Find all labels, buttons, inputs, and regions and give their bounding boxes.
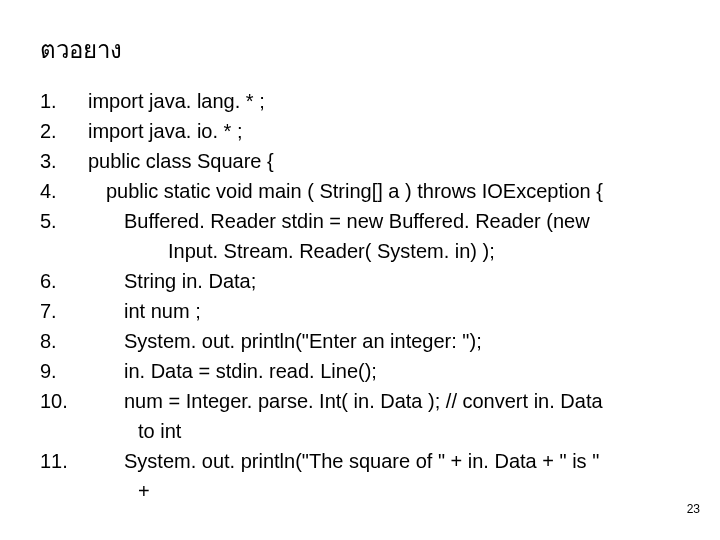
- line-number: 2.: [40, 117, 78, 145]
- code-line: 10. num = Integer. parse. Int( in. Data …: [40, 387, 690, 415]
- code-line: 5. Buffered. Reader stdin = new Buffered…: [40, 207, 690, 235]
- line-text: in. Data = stdin. read. Line();: [78, 357, 690, 385]
- code-line: 8. System. out. println("Enter an intege…: [40, 327, 690, 355]
- line-number: 11.: [40, 447, 78, 475]
- line-text: public class Square {: [78, 147, 690, 175]
- code-line: 1. import java. lang. * ;: [40, 87, 690, 115]
- line-text: import java. lang. * ;: [78, 87, 690, 115]
- line-number: 4.: [40, 177, 78, 205]
- code-line: 9. in. Data = stdin. read. Line();: [40, 357, 690, 385]
- line-number: 10.: [40, 387, 78, 415]
- line-number: 7.: [40, 297, 78, 325]
- code-line: 6. String in. Data;: [40, 267, 690, 295]
- slide-content: ตวอยาง 1. import java. lang. * ; 2. impo…: [0, 0, 720, 505]
- line-number: 5.: [40, 207, 78, 235]
- code-line-wrap: Input. Stream. Reader( System. in) );: [40, 237, 690, 265]
- line-text: Input. Stream. Reader( System. in) );: [78, 237, 690, 265]
- line-text: public static void main ( String[] a ) t…: [78, 177, 690, 205]
- line-number: 9.: [40, 357, 78, 385]
- line-number: 8.: [40, 327, 78, 355]
- line-text: System. out. println("Enter an integer: …: [78, 327, 690, 355]
- line-number: 3.: [40, 147, 78, 175]
- code-line: 4. public static void main ( String[] a …: [40, 177, 690, 205]
- line-text: to int: [78, 417, 690, 445]
- code-line: 2. import java. io. * ;: [40, 117, 690, 145]
- code-block: 1. import java. lang. * ; 2. import java…: [40, 87, 690, 505]
- line-text: int num ;: [78, 297, 690, 325]
- line-text: String in. Data;: [78, 267, 690, 295]
- line-text: System. out. println("The square of " + …: [78, 447, 690, 475]
- code-line: 11. System. out. println("The square of …: [40, 447, 690, 475]
- code-line: 3. public class Square {: [40, 147, 690, 175]
- page-number: 23: [687, 502, 700, 516]
- code-line: 7. int num ;: [40, 297, 690, 325]
- line-text: Buffered. Reader stdin = new Buffered. R…: [78, 207, 690, 235]
- code-line-wrap: to int: [40, 417, 690, 445]
- code-line-wrap: +: [40, 477, 690, 505]
- line-text: import java. io. * ;: [78, 117, 690, 145]
- line-text: +: [78, 477, 690, 505]
- slide-title: ตวอยาง: [40, 30, 690, 69]
- line-text: num = Integer. parse. Int( in. Data ); /…: [78, 387, 690, 415]
- line-number: 6.: [40, 267, 78, 295]
- line-number: 1.: [40, 87, 78, 115]
